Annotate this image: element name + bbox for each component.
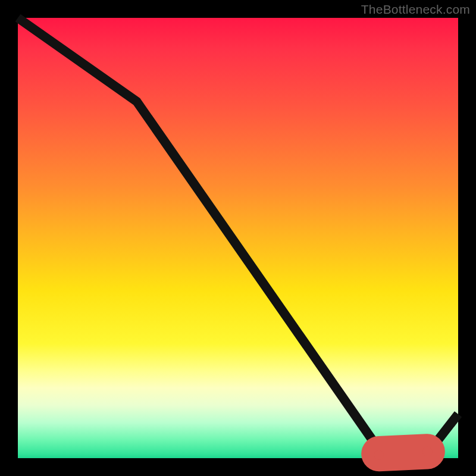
highlight-segment (379, 452, 427, 454)
line-layer (18, 18, 458, 458)
plot-area (18, 18, 458, 458)
chart-frame: TheBottleneck.com (0, 0, 476, 476)
curve-line (18, 18, 458, 454)
watermark-text: TheBottleneck.com (361, 2, 470, 17)
highlight-start-dot (374, 450, 384, 460)
highlight-end-dot (422, 447, 432, 456)
